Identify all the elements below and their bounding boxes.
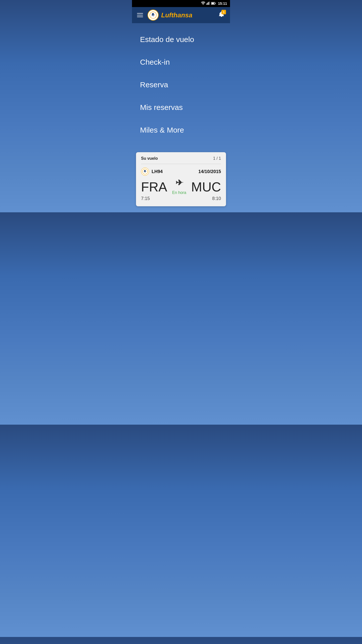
app-header: Lufthansa 1 <box>132 7 230 23</box>
main-menu: Estado de vuelo Check-in Reserva Mis res… <box>132 23 230 152</box>
flight-date: 14/10/2015 <box>198 169 221 174</box>
svg-rect-1 <box>207 3 208 5</box>
flight-middle: En hora <box>172 179 186 195</box>
status-bar: 15:11 <box>132 0 230 7</box>
notification-badge: 1 <box>221 10 226 14</box>
notification-button[interactable]: 1 <box>217 10 226 21</box>
plane-icon <box>175 179 184 189</box>
svg-rect-2 <box>208 2 208 5</box>
status-icons: 15:11 <box>201 2 227 6</box>
hamburger-line <box>137 13 143 14</box>
arrival-time: 8:10 <box>212 196 221 201</box>
logo-circle <box>148 10 159 21</box>
svg-rect-3 <box>209 2 209 5</box>
time-display: 15:11 <box>218 2 227 6</box>
departure-time: 7:15 <box>141 196 150 201</box>
card-divider <box>141 164 221 164</box>
svg-rect-6 <box>212 3 214 4</box>
flight-counter: 1 / 1 <box>213 156 221 161</box>
brand-name: Lufthansa <box>161 11 192 19</box>
flight-card[interactable]: Su vuelo 1 / 1 LH94 14/10/2015 FRA <box>136 152 226 206</box>
mini-logo <box>141 168 149 176</box>
signal-icon <box>206 2 210 6</box>
flight-card-header: Su vuelo 1 / 1 <box>141 156 221 161</box>
hamburger-button[interactable] <box>136 12 144 18</box>
origin-airport-code: FRA <box>141 180 167 193</box>
times-row: 7:15 8:10 <box>141 196 221 201</box>
menu-item-check-in[interactable]: Check-in <box>140 51 222 73</box>
flight-info-row: LH94 14/10/2015 <box>141 168 221 176</box>
svg-rect-4 <box>209 2 210 5</box>
svg-rect-0 <box>206 4 207 5</box>
flight-number-area: LH94 <box>141 168 163 176</box>
airports-row: FRA En hora MUC <box>141 179 221 195</box>
flight-status: En hora <box>172 190 186 195</box>
destination-airport-code: MUC <box>191 180 221 193</box>
svg-rect-7 <box>215 3 216 4</box>
menu-item-reserva[interactable]: Reserva <box>140 73 222 96</box>
su-vuelo-label: Su vuelo <box>141 156 158 161</box>
menu-item-miles-and-more[interactable]: Miles & More <box>140 119 222 141</box>
battery-icon <box>211 2 216 6</box>
logo-area: Lufthansa <box>148 10 192 21</box>
hamburger-line <box>137 17 143 17</box>
wifi-icon <box>201 2 205 6</box>
menu-item-mis-reservas[interactable]: Mis reservas <box>140 96 222 119</box>
hamburger-line <box>137 15 143 15</box>
menu-item-estado-de-vuelo[interactable]: Estado de vuelo <box>140 28 222 51</box>
flight-number: LH94 <box>152 169 163 174</box>
